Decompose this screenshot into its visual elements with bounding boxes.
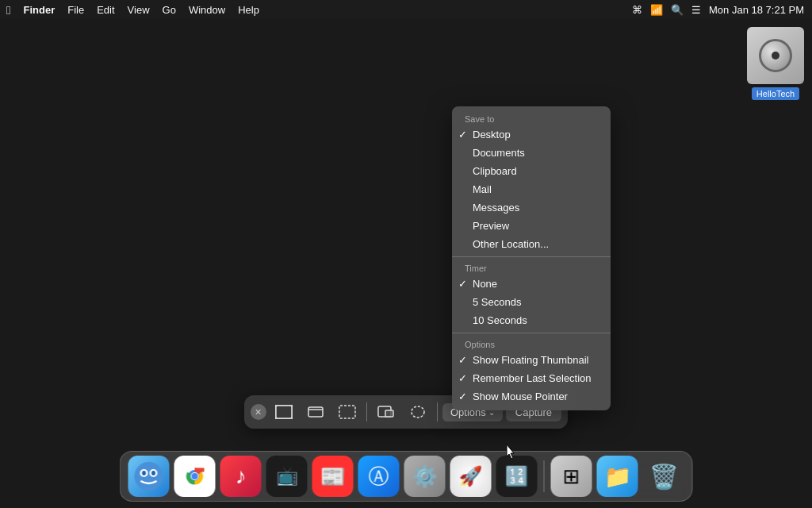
svg-rect-1 (275, 405, 293, 419)
close-button[interactable]: ✕ (251, 404, 266, 420)
menu-item-10-seconds[interactable]: 10 Seconds (452, 311, 611, 329)
timer-section-label: Timer (452, 260, 611, 275)
dock-finder[interactable] (128, 456, 170, 497)
svg-rect-6 (385, 410, 393, 417)
disk-circle (759, 39, 792, 72)
toolbar-divider-1 (366, 402, 367, 421)
svg-point-8 (135, 462, 163, 491)
search-icon[interactable]: 🔍 (671, 4, 684, 16)
dock-system-preferences[interactable]: ⚙️ (404, 456, 446, 497)
window-capture-button[interactable] (301, 400, 330, 424)
menu-item-clipboard[interactable]: Clipboard (452, 162, 611, 180)
menu-item-preview[interactable]: Preview (452, 217, 611, 235)
apple-menu[interactable]:  (6, 3, 10, 17)
svg-rect-2 (308, 407, 323, 417)
fullscreen-icon (275, 405, 293, 419)
region-icon (339, 405, 356, 419)
dock-news[interactable]: 📰 (312, 456, 354, 497)
svg-point-7 (412, 406, 424, 418)
wifi-status[interactable]: 📶 (650, 4, 663, 16)
dock: ♪ 📺 📰 Ⓐ ⚙️ 🚀 🔢 ⊞ 📁 (120, 451, 693, 502)
menu-item-messages[interactable]: Messages (452, 198, 611, 217)
dock-appstore[interactable]: Ⓐ (358, 456, 400, 497)
go-menu[interactable]: Go (163, 4, 176, 16)
wifi-icon: ⌘ (632, 4, 642, 16)
harddrive-icon[interactable]: HelloTech (747, 27, 804, 100)
menu-item-desktop[interactable]: Desktop (452, 125, 611, 144)
control-center-icon[interactable]: ☰ (691, 4, 701, 16)
file-menu[interactable]: File (67, 4, 84, 16)
dock-downloads-folder[interactable]: 📁 (597, 456, 638, 497)
svg-rect-4 (339, 406, 355, 418)
separator-2 (452, 333, 611, 333)
screen-with-window-button[interactable] (372, 400, 400, 424)
menu-item-show-thumbnail[interactable]: Show Floating Thumbnail (452, 351, 611, 369)
desktop: HelloTech Save to Desktop Documents Clip… (0, 19, 812, 508)
dock-calculator[interactable]: 🔢 (496, 456, 538, 497)
view-menu[interactable]: View (128, 4, 150, 16)
menu-item-remember-selection[interactable]: Remember Last Selection (452, 369, 611, 387)
menu-item-5-seconds[interactable]: 5 Seconds (452, 293, 611, 311)
svg-point-11 (142, 471, 146, 475)
menu-item-mail[interactable]: Mail (452, 180, 611, 198)
svg-rect-0 (276, 406, 292, 418)
toolbar-divider-2 (437, 402, 438, 421)
disk-hub (772, 52, 779, 60)
region-capture-button[interactable] (333, 400, 362, 424)
menu-item-show-pointer[interactable]: Show Mouse Pointer (452, 387, 611, 406)
window-icon (307, 405, 324, 419)
window-menu[interactable]: Window (189, 4, 225, 16)
finder-menu[interactable]: Finder (23, 4, 55, 16)
harddrive-thumbnail (747, 27, 804, 84)
menubar:  Finder File Edit View Go Window Help ⌘… (0, 0, 812, 19)
dock-music[interactable]: ♪ (220, 456, 262, 497)
screen-window-icon (377, 405, 395, 419)
dock-chrome[interactable] (174, 456, 216, 497)
dock-trash[interactable]: 🗑️ (643, 456, 684, 497)
help-menu[interactable]: Help (238, 4, 259, 16)
menu-item-other-location[interactable]: Other Location... (452, 235, 611, 253)
svg-point-16 (192, 473, 198, 479)
circle-icon (409, 405, 427, 419)
harddrive-label: HelloTech (752, 87, 799, 100)
dock-appletv[interactable]: 📺 (266, 456, 308, 497)
options-section-label: Options (452, 337, 611, 351)
dock-divider (544, 460, 545, 492)
dock-applications-folder[interactable]: ⊞ (551, 456, 592, 497)
edit-menu[interactable]: Edit (97, 4, 114, 16)
fullscreen-capture-button[interactable] (270, 400, 298, 424)
dock-launchpad[interactable]: 🚀 (450, 456, 492, 497)
options-context-menu: Save to Desktop Documents Clipboard Mail… (452, 106, 611, 410)
separator-1 (452, 256, 611, 257)
menu-item-none[interactable]: None (452, 275, 611, 293)
save-to-section-label: Save to (452, 111, 611, 125)
circle-capture-button[interactable] (404, 400, 432, 424)
menu-item-documents[interactable]: Documents (452, 144, 611, 162)
svg-point-12 (151, 471, 155, 475)
datetime: Mon Jan 18 7:21 PM (709, 4, 804, 16)
